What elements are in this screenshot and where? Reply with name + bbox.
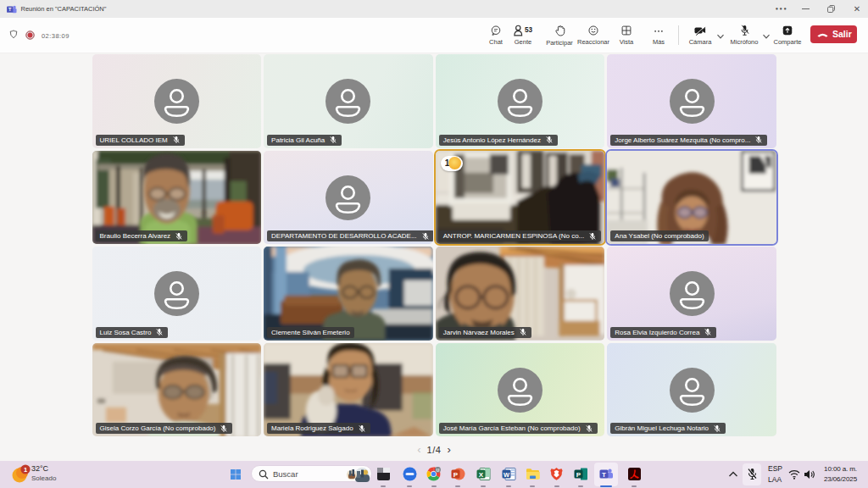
svg-text:53: 53 xyxy=(525,26,533,34)
svg-text:1: 1 xyxy=(24,466,27,474)
svg-text:W: W xyxy=(503,471,509,479)
svg-text:T: T xyxy=(602,471,606,479)
svg-text:X: X xyxy=(478,471,483,479)
svg-text:P: P xyxy=(453,471,458,479)
svg-text:P: P xyxy=(576,471,581,479)
svg-text:U: U xyxy=(437,469,440,473)
